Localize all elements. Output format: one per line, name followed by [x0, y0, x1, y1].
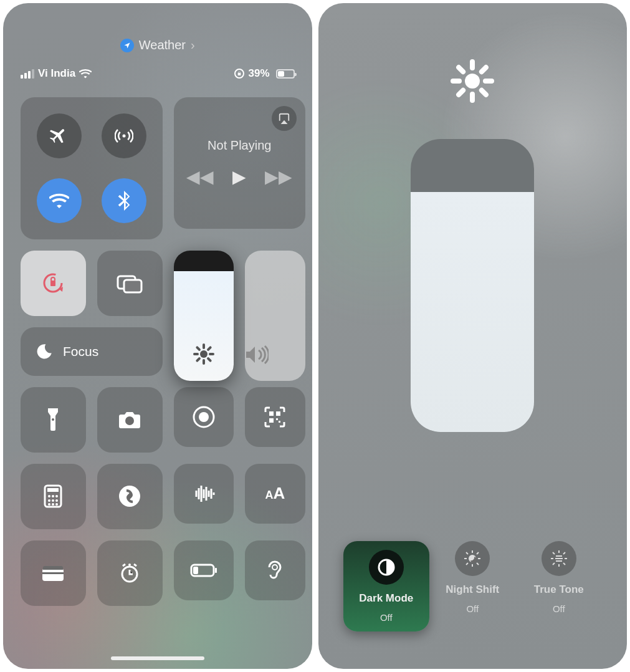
sound-recognition-button[interactable]: [174, 464, 234, 524]
media-module[interactable]: Not Playing ◀◀ ▶ ▶▶: [174, 97, 305, 229]
svg-line-51: [563, 552, 565, 554]
volume-slider[interactable]: [245, 251, 305, 382]
brightness-slider-large[interactable]: [411, 139, 534, 432]
location-icon: [120, 39, 134, 52]
true-tone-icon: [542, 541, 576, 576]
control-center-screen: Weather › Vi India 39%: [3, 3, 312, 669]
wifi-status-icon: [79, 69, 92, 79]
svg-rect-13: [279, 421, 280, 423]
qr-scanner-button[interactable]: [245, 387, 305, 447]
svg-point-33: [272, 565, 277, 570]
foreground-app-hint[interactable]: Weather ›: [3, 3, 312, 52]
night-shift-state: Off: [466, 603, 479, 614]
focus-button[interactable]: Focus: [21, 327, 163, 376]
svg-rect-15: [47, 488, 59, 492]
battery-icon: [276, 69, 295, 79]
svg-point-19: [48, 499, 50, 502]
orientation-lock-toggle[interactable]: [21, 251, 86, 316]
calculator-button[interactable]: [21, 464, 86, 529]
screen-record-button[interactable]: [174, 387, 234, 447]
display-options-row: Dark Mode Off Night Shift Off True Tone …: [343, 541, 603, 631]
true-tone-label: True Tone: [534, 583, 584, 596]
text-size-icon: AA: [265, 484, 285, 503]
svg-line-42: [466, 563, 468, 565]
svg-rect-11: [269, 418, 274, 423]
svg-rect-26: [42, 569, 64, 581]
cellular-signal-icon: [21, 69, 34, 79]
svg-rect-10: [276, 411, 280, 416]
screen-mirroring-button[interactable]: [97, 251, 163, 316]
low-power-button[interactable]: [174, 540, 234, 600]
dark-mode-icon: [369, 550, 404, 585]
svg-line-49: [563, 563, 565, 565]
dark-mode-label: Dark Mode: [359, 592, 413, 605]
svg-line-40: [466, 552, 468, 554]
focus-label: Focus: [63, 344, 98, 359]
night-shift-toggle[interactable]: Night Shift Off: [429, 541, 515, 631]
svg-rect-27: [42, 572, 64, 574]
night-shift-icon: [455, 541, 490, 576]
svg-rect-32: [193, 567, 198, 574]
connectivity-module[interactable]: [21, 97, 163, 239]
svg-point-18: [55, 495, 58, 497]
hearing-button[interactable]: [245, 540, 305, 600]
play-button[interactable]: ▶: [232, 166, 246, 187]
svg-point-21: [55, 499, 58, 502]
home-indicator[interactable]: [111, 656, 204, 660]
svg-point-17: [52, 495, 54, 497]
alarm-button[interactable]: [97, 540, 163, 606]
svg-point-20: [52, 499, 54, 502]
true-tone-toggle[interactable]: True Tone Off: [516, 541, 602, 631]
svg-point-6: [125, 416, 134, 425]
bluetooth-toggle[interactable]: [102, 178, 146, 223]
text-size-button[interactable]: AA: [245, 464, 305, 524]
svg-point-8: [199, 412, 209, 422]
svg-point-22: [48, 503, 50, 506]
svg-point-16: [48, 495, 50, 497]
forward-button[interactable]: ▶▶: [265, 166, 292, 187]
volume-icon: [245, 345, 305, 365]
svg-point-24: [55, 503, 58, 506]
true-tone-state: Off: [553, 603, 565, 614]
svg-line-43: [477, 552, 479, 554]
svg-line-48: [553, 552, 555, 554]
svg-point-23: [52, 503, 54, 506]
chevron-right-icon: ›: [191, 38, 195, 52]
cellular-data-toggle[interactable]: [102, 113, 146, 158]
svg-rect-31: [215, 568, 217, 573]
airplay-button[interactable]: [272, 106, 297, 131]
wallet-button[interactable]: [21, 540, 86, 606]
flashlight-button[interactable]: [21, 387, 86, 453]
dark-mode-state: Off: [380, 612, 393, 623]
foreground-app-name: Weather: [139, 38, 186, 52]
brightness-detail-screen: Dark Mode Off Night Shift Off True Tone …: [318, 3, 628, 669]
wifi-toggle[interactable]: [37, 178, 82, 223]
svg-rect-12: [276, 418, 278, 420]
battery-percentage: 39%: [248, 67, 269, 80]
svg-rect-4: [124, 280, 141, 292]
airplane-mode-toggle[interactable]: [37, 113, 82, 158]
orientation-lock-status-icon: [234, 69, 244, 79]
dark-mode-toggle[interactable]: Dark Mode Off: [343, 541, 430, 631]
camera-button[interactable]: [97, 387, 163, 453]
svg-rect-2: [50, 281, 55, 286]
svg-point-29: [128, 564, 131, 566]
svg-point-0: [122, 134, 125, 137]
now-playing-title: Not Playing: [208, 138, 271, 153]
svg-line-50: [553, 563, 555, 565]
carrier-name: Vi India: [38, 67, 75, 80]
rewind-button[interactable]: ◀◀: [186, 166, 214, 187]
moon-icon: [36, 343, 53, 360]
svg-point-5: [52, 418, 54, 421]
svg-rect-9: [269, 411, 274, 416]
brightness-icon: [451, 59, 494, 103]
shazam-button[interactable]: [97, 464, 163, 529]
svg-line-41: [477, 563, 479, 565]
brightness-slider[interactable]: [174, 251, 234, 382]
brightness-icon: [193, 343, 214, 365]
status-bar: Vi India 39%: [3, 52, 312, 86]
night-shift-label: Night Shift: [446, 583, 499, 596]
